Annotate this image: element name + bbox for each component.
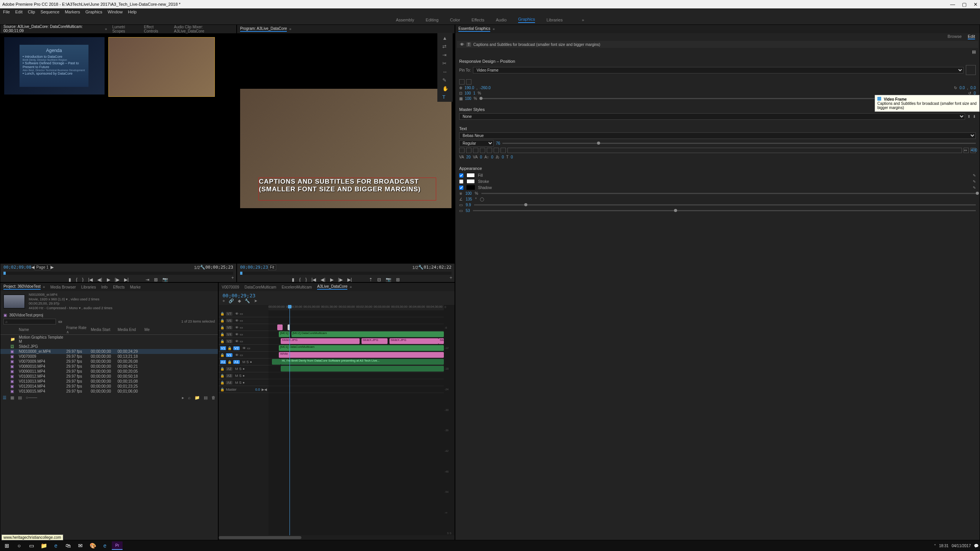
kern-c[interactable]: 0 [491,155,494,159]
track-a3[interactable] [268,372,444,379]
filter-bin-icon[interactable]: ▭ [58,319,62,324]
table-row[interactable]: ▣V0070009.MP429.97 fps00;00;00;0000;00;2… [0,359,218,364]
search-input[interactable] [3,319,56,324]
tab-info[interactable]: Info [101,285,108,289]
tab-essential-graphics[interactable]: Essential Graphics [458,26,490,32]
settings-icon[interactable]: 🔧 [418,265,424,270]
mark-out-icon[interactable]: { [299,277,301,282]
clip[interactable]: Slid... [438,338,444,344]
clip[interactable] [277,324,283,330]
track-header-a1[interactable]: A1🔒A1MS● [219,359,268,365]
linked-selection-icon[interactable]: 🔗 [229,298,234,303]
timeline-tab[interactable]: DataCoreMulticam [245,285,276,289]
wrench-icon[interactable]: ➤ [254,298,257,303]
clip[interactable]: [MC1] DataCoreMulticam [279,345,444,351]
edge-icon[interactable]: e [51,541,61,550]
track-a2[interactable] [268,365,444,372]
page-prev-icon[interactable]: ◀ [31,265,34,270]
panel-menu-icon[interactable]: ≡ [492,27,494,31]
tab-menu-icon[interactable]: ≡ [43,285,45,289]
clip[interactable] [272,359,281,365]
timeline-tracks[interactable]: 00;00;00;00 00;00;30;00 00;01;00;00 00;0… [268,305,444,535]
type-tool-icon[interactable]: T [442,94,448,99]
lift-icon[interactable]: ⇡ [369,277,373,282]
step-fwd-icon[interactable]: |▶ [115,277,119,282]
button-editor-icon[interactable]: + [450,275,452,280]
anchor-y[interactable]: 1 [473,91,476,95]
track-master[interactable] [268,386,444,393]
track-header-master[interactable]: 🔒Master0.0▶◀ [219,386,268,393]
menu-file[interactable]: File [3,10,10,14]
comparison-view-icon[interactable]: ⊞ [396,277,400,282]
graphic-caption-box[interactable]: CAPTIONS AND SUBTITLES FOR BROADCAST (SM… [258,178,436,201]
tab-source-close-icon[interactable]: ≡ [105,27,107,31]
shadow-opacity[interactable]: 100 [465,191,472,196]
freeform-view-icon[interactable]: ▤ [18,395,22,400]
tray-chevron-icon[interactable]: ˄ [934,544,936,548]
start-button[interactable]: ⊞ [2,541,12,550]
master-style-select[interactable]: None [459,113,965,120]
shadow-checkbox[interactable] [459,186,463,190]
slip-tool-icon[interactable]: ↔ [442,69,448,74]
font-weight-select[interactable]: Regular [459,140,494,147]
sync-style-icon[interactable]: ⬇ [973,114,976,119]
table-row[interactable]: ▣V007000929.97 fps00;00;00;0000;13;21;18 [0,354,218,359]
shadow-blur-slider[interactable] [473,210,976,211]
stroke-checkbox[interactable] [459,179,463,184]
clip[interactable]: SlideX.JPG [281,338,360,344]
tab-effect-controls[interactable]: Effect Controls [144,25,169,33]
align-bottom-icon[interactable] [501,148,506,153]
clip[interactable]: SlideX.JPG [362,338,388,344]
workspace-overflow-icon[interactable]: » [582,18,584,22]
track-v7[interactable] [268,310,444,317]
store-icon[interactable]: 🛍 [63,541,74,550]
clip[interactable]: [MC2] DataCoreMulticam [291,331,444,337]
multicam-angle-1[interactable]: Agenda • Introduction to DataCore Brett … [4,37,105,95]
snap-icon[interactable]: ⌖ [223,298,225,303]
table-row[interactable]: ▣V0130015.MP429.97 fps00;00;00;0000;01;0… [0,389,218,394]
tab-program[interactable]: Program: A3Live_DataCore [240,26,287,32]
align-left-icon[interactable] [459,148,465,153]
track-select-icon[interactable]: ⇄ [442,44,448,49]
clip[interactable]: SlideX.JPG [389,338,438,344]
align-vcenter-icon[interactable] [459,79,465,85]
track-v4[interactable]: [MC1] DataCoreMulticam [MC2] DataCoreMul… [268,331,444,338]
mark-clip-icon[interactable]: } [82,277,83,282]
timeline-tab[interactable]: ExceleroMulticam [281,285,312,289]
find-icon[interactable]: ⌕ [188,395,191,400]
playhead[interactable] [290,305,290,535]
menu-markers[interactable]: Markers [65,10,80,14]
toggle-output-icon[interactable]: 👁 [235,312,239,316]
tab-media-browser[interactable]: Media Browser [50,285,76,289]
font-size[interactable]: 76 [496,141,500,145]
go-to-in-icon[interactable]: |◀ [311,277,316,282]
solo-r[interactable]: S [450,532,452,535]
table-row[interactable]: 🖼Slide2.JPG [0,344,218,349]
solo-icon[interactable]: S [247,360,249,364]
go-to-out-icon[interactable]: ▶| [124,277,129,282]
insert-icon[interactable]: ⇥ [146,277,149,282]
menu-clip[interactable]: Clip [28,10,35,14]
go-to-out-icon[interactable]: ▶| [347,277,352,282]
mark-in-icon[interactable]: ▮ [69,277,71,282]
track-a1[interactable]: Hi, I'm Brett Denly from DataCore Softwa… [268,359,444,365]
angle-dial-icon[interactable]: ◯ [480,197,484,201]
track-v6[interactable] [268,317,444,324]
track-header-a3[interactable]: 🔒A3MS● [219,372,268,379]
paint-icon[interactable]: 🎨 [87,541,98,550]
overwrite-icon[interactable]: ⊞ [154,277,158,282]
track-v3[interactable]: SlideX.JPG SlideX.JPG SlideX.JPG Slid... [268,338,444,345]
track-v2[interactable]: [MC1] DataCoreMulticam [268,345,444,352]
program-timecode-in[interactable]: 00;00;29;23 [240,265,268,270]
col-overflow[interactable]: Me [144,328,216,332]
delete-icon[interactable]: 🗑 [211,395,216,400]
tab-markers[interactable]: Marke [130,285,141,289]
track-header-v6[interactable]: 🔒V6👁▭ [219,317,268,324]
step-back-icon[interactable]: ◀| [321,277,325,282]
table-row[interactable]: ▣V0100012.MP429.97 fps00;00;00;0000;00;5… [0,374,218,379]
push-style-icon[interactable]: ⬆ [967,114,970,119]
master-level[interactable]: 0.0 [255,388,260,391]
solo-l[interactable]: S [447,532,449,535]
maximize-button[interactable]: ▢ [962,2,967,7]
lock-icon[interactable]: 🔒 [220,312,224,316]
